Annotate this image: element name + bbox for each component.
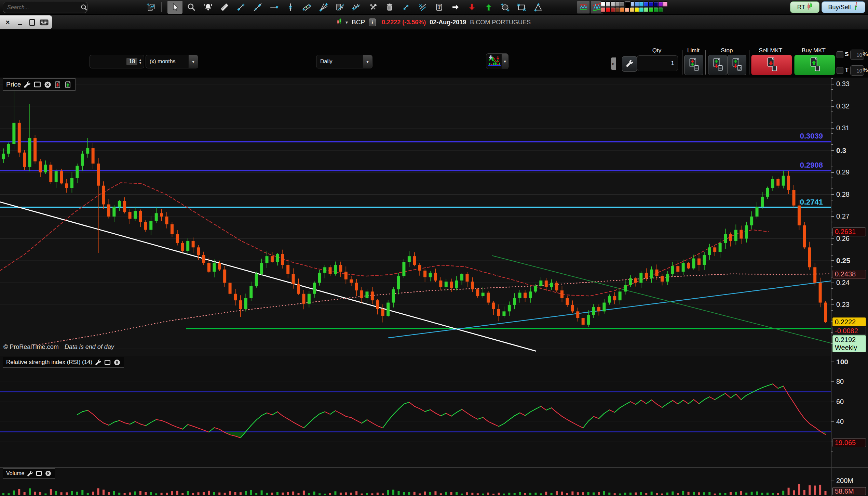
- keyboard-icon[interactable]: [40, 18, 49, 27]
- axis-marker-rsi-value: 19.065: [832, 438, 866, 447]
- ruler-tool[interactable]: [217, 1, 232, 14]
- color-swatch[interactable]: [653, 1, 658, 7]
- color-swatch[interactable]: [620, 7, 625, 13]
- wrench-icon[interactable]: [95, 359, 101, 366]
- color-swatch[interactable]: [629, 7, 634, 13]
- ellipse-tool[interactable]: [498, 1, 513, 14]
- color-swatch[interactable]: [658, 1, 663, 7]
- triangle-tool[interactable]: [531, 1, 546, 14]
- buy-mkt-button[interactable]: [794, 55, 835, 75]
- cursor-tool[interactable]: [167, 1, 182, 14]
- period-unit-select[interactable]: (x) months ▾: [146, 55, 198, 68]
- color-swatch[interactable]: [625, 7, 629, 13]
- volume-chart-plot[interactable]: [0, 467, 831, 496]
- color-swatch[interactable]: [649, 1, 653, 7]
- price-chart-plot[interactable]: 0.30390.29080.2741: [0, 78, 831, 356]
- horizontal-line-tool[interactable]: [267, 1, 282, 14]
- color-swatch[interactable]: [610, 7, 615, 13]
- drawing-settings-tool[interactable]: [366, 1, 381, 14]
- chevron-down-icon[interactable]: ▾: [501, 54, 508, 69]
- trailing-stop-icon: [731, 57, 742, 73]
- buy-doc-icon[interactable]: [64, 81, 72, 89]
- pattern-channel-tool[interactable]: [577, 1, 590, 14]
- close-icon[interactable]: [44, 81, 52, 89]
- new-chart-button[interactable]: [144, 1, 159, 14]
- chevron-down-icon[interactable]: ▾: [345, 19, 348, 25]
- arrow-up-tool[interactable]: [481, 1, 496, 14]
- color-swatch[interactable]: [663, 1, 668, 7]
- stop-loss-checkbox[interactable]: [837, 51, 843, 58]
- limit-order-button[interactable]: [684, 55, 703, 75]
- alert-tool[interactable]: [201, 1, 216, 14]
- take-profit-pct-field[interactable]: 10: [850, 65, 864, 76]
- stop-trailing-order-button[interactable]: [727, 55, 746, 75]
- retracement-tool[interactable]: [333, 1, 348, 14]
- indicator-menu-button[interactable]: ▾: [486, 53, 508, 69]
- color-swatch[interactable]: [615, 7, 620, 13]
- crossed-lines-tool[interactable]: [415, 1, 430, 14]
- search-input[interactable]: [3, 4, 80, 11]
- close-icon[interactable]: [45, 470, 52, 477]
- color-swatch[interactable]: [610, 1, 615, 7]
- chevron-down-icon[interactable]: ▾: [363, 55, 372, 68]
- color-swatch[interactable]: [644, 7, 649, 13]
- chevron-down-icon[interactable]: ▾: [188, 55, 198, 68]
- rectangle-tool[interactable]: [514, 1, 529, 14]
- sell-doc-icon[interactable]: [54, 81, 62, 89]
- wrench-icon[interactable]: [23, 81, 31, 88]
- color-swatch[interactable]: [601, 1, 606, 7]
- close-icon[interactable]: ×: [3, 18, 12, 27]
- parallel-lines-tool[interactable]: [299, 1, 314, 14]
- color-swatch[interactable]: [653, 7, 658, 13]
- maximize-icon[interactable]: [28, 18, 37, 27]
- take-profit-checkbox[interactable]: [837, 67, 843, 74]
- minimize-icon[interactable]: [15, 18, 24, 27]
- close-icon[interactable]: [113, 359, 121, 366]
- order-settings-button[interactable]: [622, 56, 637, 72]
- buysell-button[interactable]: Buy/Sell: [822, 1, 865, 13]
- axis-marker-last-price: 0.2222: [832, 317, 866, 326]
- color-swatch[interactable]: [625, 1, 631, 8]
- segment-tool[interactable]: [233, 1, 248, 14]
- collapse-trading-panel[interactable]: ▸: [611, 57, 616, 70]
- info-icon[interactable]: i: [369, 18, 376, 26]
- delete-tool[interactable]: [382, 1, 397, 14]
- color-swatch[interactable]: [658, 7, 663, 13]
- vertical-line-tool[interactable]: [283, 1, 298, 14]
- zigzag-tool[interactable]: [349, 1, 364, 14]
- color-swatch[interactable]: [639, 7, 644, 13]
- color-swatch[interactable]: [634, 7, 639, 13]
- stop-order-button[interactable]: [708, 55, 727, 75]
- axis-label: 0.25: [836, 257, 850, 265]
- color-swatch[interactable]: [606, 7, 610, 13]
- color-swatch[interactable]: [634, 1, 639, 7]
- window-icon[interactable]: [104, 359, 111, 366]
- period-count-value[interactable]: 18: [126, 58, 137, 65]
- zoom-tool[interactable]: [184, 1, 199, 14]
- color-swatch[interactable]: [649, 7, 653, 13]
- window-icon[interactable]: [33, 80, 41, 89]
- sell-mkt-button[interactable]: [751, 55, 792, 75]
- color-swatch[interactable]: [620, 1, 625, 7]
- color-swatch[interactable]: [639, 1, 644, 7]
- stop-loss-pct-field[interactable]: 10: [850, 50, 864, 60]
- period-decrement-button[interactable]: ▼: [139, 62, 142, 65]
- fan-lines-tool[interactable]: [316, 1, 331, 14]
- color-swatch[interactable]: [601, 7, 606, 13]
- rsi-chart-plot[interactable]: [0, 356, 831, 467]
- axis-tick: [831, 188, 833, 189]
- color-swatch[interactable]: [615, 1, 620, 7]
- price-axis[interactable]: 0.330.320.310.30.290.280.270.260.250.240…: [831, 78, 868, 496]
- qty-value[interactable]: 1: [671, 60, 678, 67]
- color-swatch[interactable]: [644, 1, 649, 7]
- short-segment-tool[interactable]: [398, 1, 413, 14]
- arrow-right-tool[interactable]: [448, 1, 463, 14]
- color-swatch[interactable]: [606, 1, 610, 7]
- arrow-down-tool[interactable]: [464, 1, 479, 14]
- text-tool[interactable]: T: [432, 1, 447, 14]
- wrench-icon[interactable]: [27, 470, 33, 477]
- rt-button[interactable]: RT: [790, 1, 819, 13]
- timeframe-select[interactable]: Daily ▾: [316, 55, 372, 68]
- trendline-tool[interactable]: [250, 1, 265, 14]
- window-icon[interactable]: [36, 470, 42, 477]
